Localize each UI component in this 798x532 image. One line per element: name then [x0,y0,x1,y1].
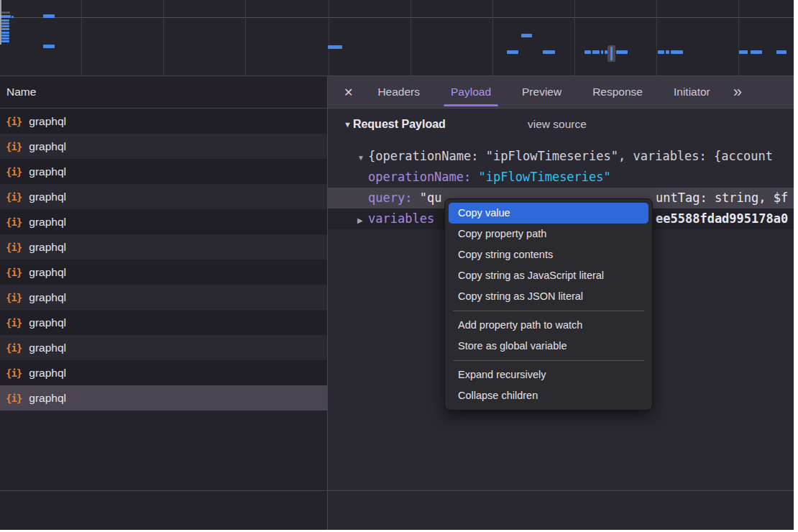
network-activity-bar [1,35,9,37]
network-activity-bar [521,34,532,37]
name-column-header[interactable]: Name [6,86,36,98]
overview-gridline [574,0,575,75]
collapsed-triangle-icon[interactable]: ▶ [357,210,368,229]
request-name: graphql [29,140,66,153]
section-collapse-icon[interactable]: ▼ [344,120,352,129]
json-braces-icon: {i} [6,166,22,178]
property-value-string: "ipFlowTimeseries" [479,170,611,184]
expanded-triangle-icon[interactable]: ▼ [357,147,368,167]
json-braces-icon: {i} [6,242,22,253]
menu-item-collapse-children[interactable]: Collapse children [449,385,648,406]
request-table-header: Name [0,76,327,109]
tab-headers[interactable]: Headers [376,76,421,108]
request-row-selected[interactable]: {i}graphql [0,385,327,411]
network-activity-bar [1,32,9,34]
overview-selection-bar [610,47,613,60]
request-list: {i}graphql {i}graphql {i}graphql {i}grap… [0,109,327,411]
detail-tabs: Headers Payload Preview Response Initiat… [376,76,711,108]
menu-item-expand-recursively[interactable]: Expand recursively [449,364,648,385]
network-activity-bar [601,50,603,54]
section-title: Request Payload [353,118,446,131]
property-key: operationName: [368,170,471,184]
overview-gridline [411,0,411,75]
overview-baseline [0,17,794,18]
network-activity-bar [1,19,9,22]
menu-item-copy-property-path[interactable]: Copy property path [449,224,648,244]
request-row[interactable]: {i}graphql [0,285,327,310]
tab-response[interactable]: Response [591,76,644,108]
tab-initiator[interactable]: Initiator [672,76,712,108]
request-row[interactable]: {i}graphql [0,360,327,385]
request-name: graphql [29,367,66,380]
request-name: graphql [29,216,66,229]
overview-gridline [738,0,739,75]
network-activity-bar [1,40,9,42]
request-payload-section-header[interactable]: ▼ Request Payload view source [344,118,446,131]
network-activity-bar [328,45,342,49]
request-row[interactable]: {i}graphql [0,209,327,234]
request-row[interactable]: {i}graphql [0,260,327,285]
property-key: query: [368,191,412,205]
tab-payload[interactable]: Payload [449,76,492,108]
network-activity-bar [507,50,518,54]
json-braces-icon: {i} [6,191,22,203]
network-activity-bar [739,50,748,54]
request-name: graphql [29,266,66,279]
network-activity-bar [43,45,55,48]
overview-selection-marker[interactable] [607,45,615,62]
menu-divider [453,360,644,361]
request-name: graphql [29,392,66,405]
panel-divider[interactable] [327,76,328,530]
network-activity-bar [543,50,555,54]
menu-item-copy-value[interactable]: Copy value [449,203,648,224]
property-value-right: ee5588fdad995178a0 [656,208,788,229]
json-braces-icon: {i} [6,141,22,152]
json-braces-icon: {i} [6,292,22,303]
menu-item-store-as-global-variable[interactable]: Store as global variable [449,336,648,357]
window-edge-highlight [0,0,1,45]
menu-item-add-property-path-to-watch[interactable]: Add property path to watch [449,315,648,336]
request-row[interactable]: {i}graphql [0,184,327,209]
more-tabs-icon[interactable]: » [733,84,742,100]
menu-item-copy-string-json-literal[interactable]: Copy string as JSON literal [449,286,648,307]
request-row[interactable]: {i}graphql [0,109,327,134]
network-activity-bar [666,50,669,54]
json-summary-text: {operationName: "ipFlowTimeseries", vari… [368,149,773,163]
view-source-link[interactable]: view source [528,118,587,131]
network-activity-bar [1,28,9,30]
network-overview[interactable] [0,0,794,76]
request-name: graphql [29,115,66,128]
tab-preview[interactable]: Preview [520,76,563,108]
network-activity-bar [43,14,55,18]
json-braces-icon: {i} [6,216,22,228]
detail-tab-bar: ✕ Headers Payload Preview Response Initi… [327,76,794,109]
request-row[interactable]: {i}graphql [0,310,327,335]
menu-item-copy-string-js-literal[interactable]: Copy string as JavaScript literal [449,265,648,286]
json-root-row[interactable]: ▼{operationName: "ipFlowTimeseries", var… [327,146,794,167]
request-name: graphql [29,341,66,354]
network-activity-bar [671,50,683,54]
menu-divider [453,311,644,311]
json-braces-icon: {i} [6,393,22,404]
close-icon[interactable]: ✕ [344,86,353,99]
overview-gridline [492,0,493,75]
network-activity-bar [616,50,628,54]
overview-gridline [81,0,82,75]
network-activity-bar [776,50,786,54]
json-braces-icon: {i} [6,367,22,379]
devtools-network-panel: Name ✕ Headers Payload Preview Response … [0,0,794,530]
request-row[interactable]: {i}graphql [0,234,327,260]
json-operation-name-row[interactable]: operationName: "ipFlowTimeseries" [327,167,794,188]
request-name: graphql [29,316,66,329]
request-row[interactable]: {i}graphql [0,159,327,184]
overview-gridline [245,0,246,75]
network-activity-bar [1,25,9,27]
network-activity-bar [584,50,591,54]
request-row[interactable]: {i}graphql [0,134,327,159]
network-activity-bar [1,12,10,14]
request-row[interactable]: {i}graphql [0,335,327,360]
network-activity-bar [1,22,9,24]
network-activity-bar [12,16,14,18]
menu-item-copy-string-contents[interactable]: Copy string contents [449,244,648,265]
json-braces-icon: {i} [6,317,22,329]
